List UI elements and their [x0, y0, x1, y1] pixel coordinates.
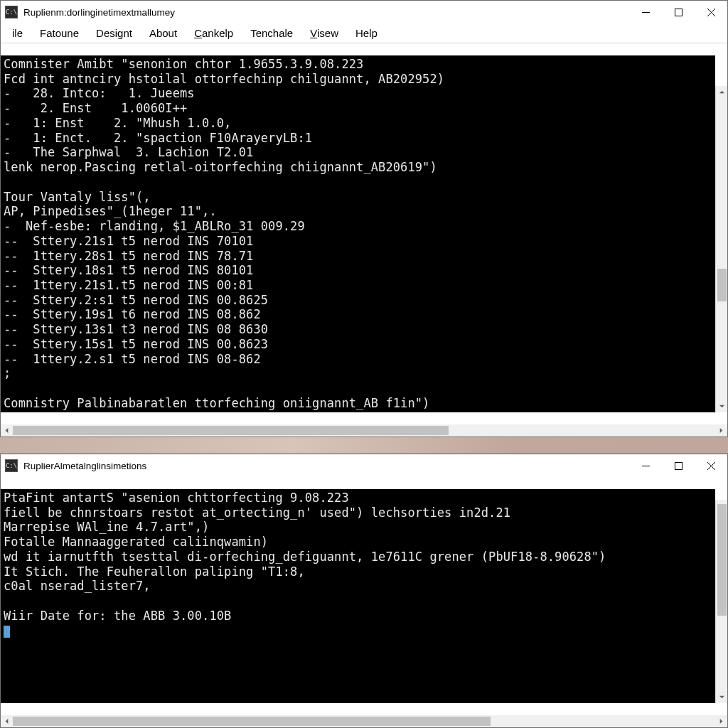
scrollbar-thumb[interactable]: [717, 504, 727, 616]
scroll-left-button[interactable]: [1, 424, 13, 437]
cursor: [4, 626, 10, 638]
scrollbar-thumb[interactable]: [717, 269, 727, 301]
svg-rect-5: [675, 462, 682, 469]
scroll-left-button[interactable]: [1, 715, 13, 727]
close-icon: [707, 462, 715, 470]
svg-rect-1: [675, 9, 682, 16]
scroll-up-button[interactable]: [716, 86, 727, 98]
chevron-down-icon: [719, 694, 725, 700]
minimize-button[interactable]: [629, 455, 662, 476]
chevron-right-icon: [718, 718, 724, 724]
vertical-scrollbar[interactable]: [715, 86, 727, 412]
horizontal-scrollbar[interactable]: [1, 424, 727, 437]
scroll-down-button[interactable]: [716, 400, 727, 412]
chevron-right-icon: [718, 427, 724, 434]
menu-item-visew[interactable]: Visew: [301, 25, 347, 41]
window-bottom: C:\ RuplierAlmetalnglinsimetions PtaFint…: [0, 454, 728, 728]
menu-item-tenchale[interactable]: Tenchale: [242, 25, 301, 41]
horizontal-scrollbar[interactable]: [1, 715, 727, 727]
titlebar[interactable]: C:\ RuplierAlmetalnglinsimetions: [1, 454, 727, 477]
menubar: ileFatouneDesigntAboutCankelpTenchaleVis…: [1, 23, 727, 43]
window-title: Ruplienm:dorlinginetimextmallumey: [23, 7, 175, 18]
maximize-icon: [675, 462, 682, 470]
menu-item-fatoune[interactable]: Fatoune: [31, 25, 87, 41]
chevron-up-icon: [719, 89, 725, 95]
window-title: RuplierAlmetalnglinsimetions: [23, 461, 146, 471]
menu-item-help[interactable]: Help: [347, 25, 386, 41]
app-icon: C:\: [5, 6, 18, 18]
app-icon: C:\: [5, 459, 18, 472]
window-top: C:\ Ruplienm:dorlinginetimextmallumey il…: [0, 0, 728, 437]
minimize-icon: [642, 462, 650, 470]
menu-item-ile[interactable]: ile: [4, 25, 31, 41]
chevron-left-icon: [4, 718, 10, 724]
menu-item-cankelp[interactable]: Cankelp: [186, 25, 242, 41]
scrollbar-thumb[interactable]: [13, 426, 449, 435]
chevron-left-icon: [4, 427, 10, 434]
close-icon: [707, 9, 715, 16]
scroll-down-button[interactable]: [716, 691, 727, 703]
close-button[interactable]: [695, 1, 727, 23]
chevron-down-icon: [719, 403, 725, 410]
scrollbar-thumb[interactable]: [13, 717, 491, 726]
minimize-icon: [642, 9, 650, 16]
desktop-gap: [0, 437, 728, 454]
minimize-button[interactable]: [629, 1, 662, 23]
menu-item-about[interactable]: About: [141, 25, 186, 41]
maximize-icon: [675, 9, 682, 16]
vertical-scrollbar[interactable]: [715, 500, 727, 703]
scroll-right-button[interactable]: [715, 715, 727, 727]
console-output[interactable]: Comnister Amibt "senonion chtor 1.9655.3…: [1, 55, 715, 412]
maximize-button[interactable]: [662, 1, 695, 23]
maximize-button[interactable]: [662, 455, 695, 476]
menu-item-designt[interactable]: Designt: [87, 25, 141, 41]
scroll-right-button[interactable]: [715, 424, 727, 437]
titlebar[interactable]: C:\ Ruplienm:dorlinginetimextmallumey: [1, 1, 727, 23]
console-output[interactable]: PtaFint antartS "asenion chttorfecting 9…: [1, 489, 715, 703]
close-button[interactable]: [695, 455, 727, 476]
